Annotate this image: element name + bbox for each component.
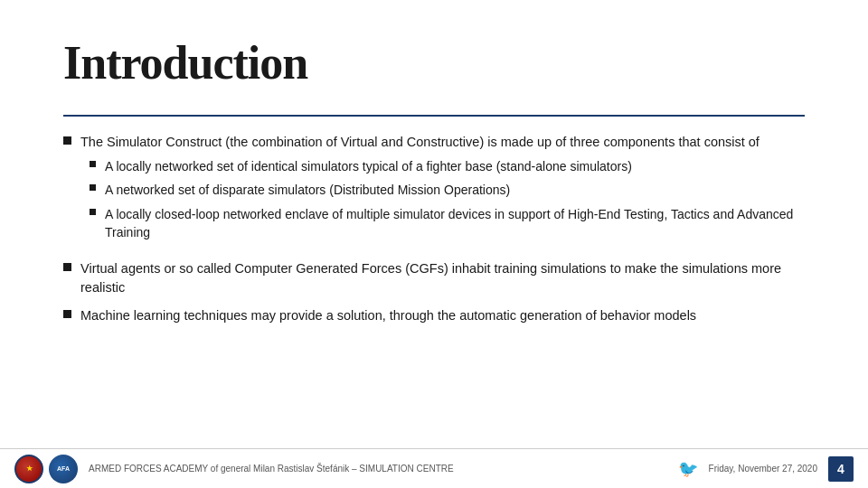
list-item: Machine learning techniques may provide …	[63, 306, 805, 325]
title-divider	[63, 115, 805, 117]
slide-title: Introduction	[63, 36, 805, 89]
logo1-inner: ★	[16, 456, 42, 482]
slide-footer: ★ AFA ARMED FORCES ACADEMY of general Mi…	[0, 448, 868, 488]
sub-bullet-icon	[90, 184, 96, 191]
sub-bullet-icon	[90, 209, 96, 215]
footer-institution: ARMED FORCES ACADEMY of general Milan Ra…	[89, 464, 667, 474]
footer-page-number: 4	[828, 456, 854, 482]
sub-list-item: A locally closed-loop networked enclave …	[90, 205, 805, 242]
logo1: ★	[14, 455, 43, 483]
logo2: AFA	[49, 455, 78, 483]
sub-list-item: A networked set of disparate simulators …	[90, 181, 805, 199]
footer-date: Friday, November 27, 2020	[709, 464, 817, 474]
sub-list: A locally networked set of identical sim…	[90, 157, 805, 241]
bullet-list: The Simulator Construct (the combination…	[63, 133, 805, 325]
bullet-icon	[63, 263, 71, 271]
bird-icon: 🐦	[678, 459, 698, 479]
sub-bullet-icon	[90, 161, 96, 167]
footer-logos: ★ AFA	[14, 455, 78, 483]
list-item: Virtual agents or so called Computer Gen…	[63, 259, 805, 297]
bullet-text: The Simulator Construct (the combination…	[80, 133, 805, 241]
bullet-icon	[63, 136, 71, 145]
bullet-icon	[63, 310, 71, 318]
list-item: The Simulator Construct (the combination…	[63, 133, 805, 241]
slide: Introduction The Simulator Construct (th…	[0, 0, 868, 488]
sub-list-item: A locally networked set of identical sim…	[90, 157, 805, 175]
main-content: Introduction The Simulator Construct (th…	[0, 0, 868, 448]
